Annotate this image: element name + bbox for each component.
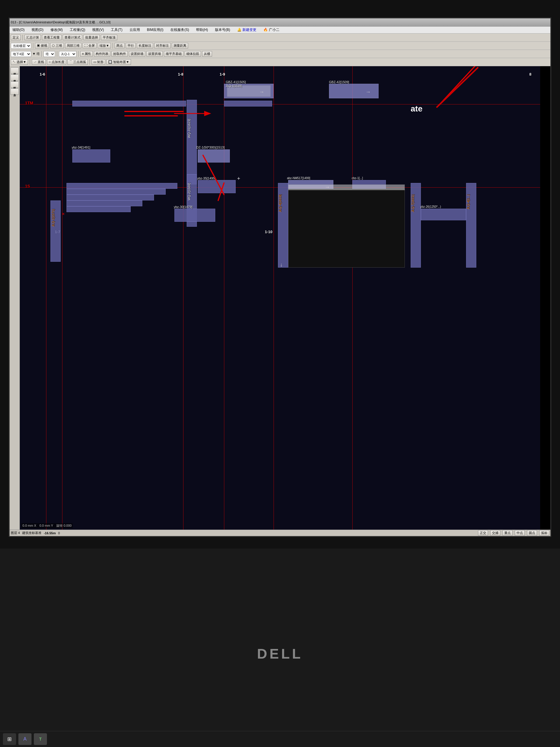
- screen: 013 - [C:\Users\Administrator\Desktop\观海…: [9, 18, 551, 537]
- svg-line-5: [440, 66, 475, 104]
- btn-top-view[interactable]: ▣ 俯视: [35, 43, 49, 48]
- btn-wall-level[interactable]: 墙平齐基础: [164, 51, 183, 57]
- sep2: [33, 43, 33, 49]
- jlq-select[interactable]: JLQ-1: [59, 51, 76, 57]
- struct-ybz34: [72, 149, 110, 162]
- btn-circle-point[interactable]: 圆点: [527, 530, 537, 536]
- btn-parallel[interactable]: 平行: [126, 43, 136, 48]
- grid-label-1-8: 1-8: [178, 72, 183, 76]
- sep5: [57, 51, 57, 57]
- btn-snap[interactable]: 交捕: [490, 530, 500, 536]
- menu-new-change[interactable]: 🔔 新建变更: [235, 27, 258, 33]
- taskbar-app2[interactable]: T: [34, 733, 47, 745]
- struct-h-wall-top: [72, 101, 186, 106]
- struct-ybz35: [198, 180, 236, 193]
- menu-view-v[interactable]: 视图(V): [90, 27, 106, 33]
- toolbar-row-4: ↖ 选择▼ ⟋ 直线 ○ 点加长度 ⌒ 三点画弧 ▭ 矩形 🔲 智能布置▼: [10, 58, 550, 66]
- menu-quantity[interactable]: 工程量(Q): [68, 27, 87, 33]
- menu-help[interactable]: 帮助(H): [194, 27, 210, 33]
- btn-from-floor[interactable]: 从楼: [202, 51, 212, 57]
- menu-tools[interactable]: 工具(T): [109, 27, 124, 33]
- grid-label-1tm: 1TM: [25, 101, 33, 105]
- coord-base-label: 建筑坐标基准: [22, 531, 42, 535]
- btn-length-dim[interactable]: 长度标注: [137, 43, 153, 48]
- btn-view-quantity[interactable]: 查看工程量: [42, 35, 61, 40]
- btn-rectangle[interactable]: ▭ 矩形: [91, 59, 105, 65]
- dell-logo: DELL: [257, 646, 303, 662]
- btn-component-list[interactable]: 构件列表: [94, 51, 110, 57]
- menu-modify[interactable]: 修改(M): [49, 27, 64, 33]
- label-ybz35: ybz-35[1495]: [197, 177, 216, 180]
- btn-property[interactable]: ≡ 属性: [80, 51, 93, 57]
- btn-define[interactable]: 定义: [11, 35, 21, 40]
- btn-3d-view[interactable]: ⬡ 三维: [50, 43, 64, 48]
- btn-partial-3d[interactable]: 局部三维: [65, 43, 81, 48]
- btn-arc-mark[interactable]: 弧标: [539, 530, 549, 536]
- btn-point-length[interactable]: ○ 点加长度: [47, 59, 66, 65]
- arrow-gbz42: →: [366, 89, 371, 95]
- floor-select-view[interactable]: 当前楼层: [11, 43, 31, 49]
- taskbar-app1[interactable]: A: [18, 733, 31, 745]
- label-jlq4: JLQ-4[1619]: [278, 195, 282, 212]
- struct-step2: [66, 189, 166, 195]
- btn-three-arc[interactable]: ⌒ 三点画弧: [68, 59, 88, 65]
- grid-v-1-11: [352, 66, 353, 530]
- zoom-level: 图层 4: [11, 531, 20, 535]
- label-ybz26: ybz-26(1250*...): [420, 205, 441, 208]
- btn-smart-place[interactable]: 🔲 智能布置▼: [106, 59, 131, 65]
- elevation-value: -16.55m: [44, 531, 56, 535]
- btn-set-slant-wall[interactable]: 设置斜墙: [129, 51, 145, 57]
- menu-version[interactable]: 版本号(B): [213, 27, 232, 33]
- left-sidebar: 延伸 修复 打断 合并: [10, 66, 20, 530]
- main-canvas[interactable]: 1TM 1S 1-6 1-7 1-8 1-9 1-10 8 GBZ-41[150…: [20, 66, 540, 530]
- menu-view-d[interactable]: 视图(D): [30, 27, 45, 33]
- struct-large-black: [288, 189, 405, 267]
- struct-h-wall-top2: [224, 101, 272, 106]
- btn-level-top[interactable]: 平齐板顶: [101, 35, 117, 40]
- btn-mid-point[interactable]: 中点: [515, 530, 525, 536]
- floor-select[interactable]: 地下4层: [11, 51, 31, 57]
- btn-line[interactable]: ⟋ 直线: [32, 59, 46, 65]
- btn-pick-component[interactable]: 拾取构件: [111, 51, 128, 57]
- taskbar-start[interactable]: ⊞: [3, 733, 16, 745]
- btn-select-tool[interactable]: ↖ 选择▼: [11, 59, 28, 65]
- menu-bar[interactable]: 辅助(O) 视图(D) 修改(M) 工程量(Q) 视图(V) 工具(T) 云应用…: [10, 27, 550, 33]
- grid-label-8: 8: [529, 72, 531, 76]
- menu-extra[interactable]: 🔥 广小二: [262, 27, 281, 33]
- label-ybz34: ybz-34[1491]: [72, 146, 90, 149]
- grid-v-1-7: [62, 66, 62, 530]
- toolbar-row-2: 当前楼层 ▣ 俯视 ⬡ 三维 局部三维 ⛶ 全屏 缩放▼ 两点 平行 长度标注 …: [10, 42, 550, 50]
- toolbar-row-3: 地下4层 ▼ 培 培 JLQ-1 ≡ 属性 构件列表 拾取构件 设置斜墙 设置拱…: [10, 50, 550, 58]
- menu-cloud[interactable]: 云应用: [128, 27, 142, 33]
- btn-heavy-point[interactable]: 重点: [503, 530, 512, 536]
- struct-white-1s: [288, 184, 405, 190]
- btn-view-formula[interactable]: 查看计算式: [63, 35, 82, 40]
- btn-set-arch-wall[interactable]: 设置拱墙: [146, 51, 163, 57]
- btn-masonry-tie[interactable]: 砌体拉筋: [185, 51, 201, 57]
- grid-label-1s: 1S: [25, 184, 30, 188]
- label-jlq7: JLQ-7[1621]: [411, 195, 415, 212]
- svg-red-annotations: [20, 66, 540, 530]
- menu-auxiliary[interactable]: 辅助(O): [11, 27, 26, 33]
- floor-label: ▼ 培: [32, 52, 40, 56]
- wall-type-select[interactable]: 培: [44, 51, 55, 57]
- sidebar-btn-break[interactable]: 打断: [10, 81, 19, 88]
- btn-ortho[interactable]: 正交: [478, 530, 488, 536]
- btn-align-dim[interactable]: 对齐标注: [154, 43, 170, 48]
- toolbar-row-1: 定义 汇总计算 查看工程量 查看计算式 批量选择 平齐板顶: [10, 33, 550, 42]
- menu-bim[interactable]: BIM应用(I): [145, 27, 165, 33]
- menu-online[interactable]: 在线服务(S): [168, 27, 191, 33]
- label-jlq1: JLQ-1[1571]: [51, 209, 55, 227]
- sidebar-btn-repair[interactable]: 修复: [10, 74, 19, 81]
- btn-batch-select[interactable]: 批量选择: [83, 35, 100, 40]
- btn-measure-dist[interactable]: 测量距离: [172, 43, 188, 48]
- sidebar-btn-extend[interactable]: 延伸: [10, 68, 19, 74]
- label-jlq-top: JLQ-1[1539]: [226, 84, 242, 87]
- btn-summary-calc[interactable]: 汇总计算: [25, 35, 41, 40]
- rotation: 旋转 0.000: [56, 524, 72, 527]
- btn-fullscreen[interactable]: ⛶ 全屏: [83, 43, 97, 48]
- taskbar: ⊞ A T: [0, 731, 560, 747]
- btn-two-point[interactable]: 两点: [115, 43, 125, 48]
- sidebar-btn-merge[interactable]: 合并: [10, 88, 19, 95]
- btn-zoom[interactable]: 缩放▼: [98, 43, 111, 48]
